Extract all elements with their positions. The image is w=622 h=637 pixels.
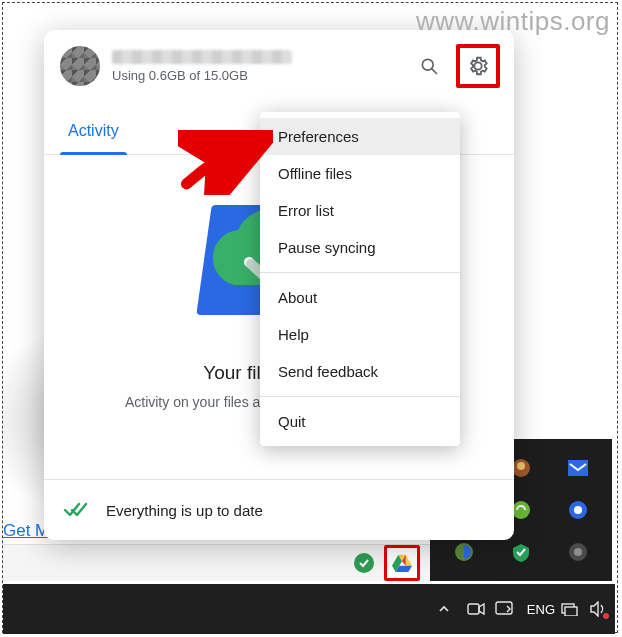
svg-point-9 [512, 501, 530, 519]
gear-icon [467, 55, 489, 77]
menu-item-error-list[interactable]: Error list [260, 192, 460, 229]
volume-icon[interactable] [589, 600, 607, 618]
svg-rect-8 [568, 460, 588, 476]
windows-taskbar: ENG [3, 584, 615, 634]
settings-button-highlight [456, 44, 500, 88]
svg-line-1 [432, 69, 437, 74]
status-text: Everything is up to date [106, 502, 263, 519]
synced-icon [64, 501, 88, 519]
svg-rect-22 [565, 607, 577, 616]
menu-item-preferences[interactable]: Preferences [260, 118, 460, 155]
menu-separator [260, 272, 460, 273]
tray-app-icon[interactable] [510, 541, 532, 563]
svg-rect-19 [468, 604, 479, 614]
storage-usage-text: Using 0.6GB of 15.0GB [112, 68, 400, 83]
volume-notification-dot [603, 613, 609, 619]
tray-app-icon[interactable] [453, 541, 475, 563]
tab-activity[interactable]: Activity [60, 112, 127, 154]
menu-item-help[interactable]: Help [260, 316, 460, 353]
search-button[interactable] [412, 49, 446, 83]
menu-item-offline-files[interactable]: Offline files [260, 155, 460, 192]
account-email-blurred [112, 50, 292, 64]
screenshot-stage: www.wintips.org Get More Storage. Using … [0, 0, 622, 637]
menu-item-send-feedback[interactable]: Send feedback [260, 353, 460, 390]
menu-item-quit[interactable]: Quit [260, 403, 460, 440]
settings-button[interactable] [463, 51, 493, 81]
svg-point-7 [517, 462, 525, 470]
meet-now-icon[interactable] [467, 600, 485, 618]
menu-item-about[interactable]: About [260, 279, 460, 316]
tray-app-icon[interactable] [567, 457, 589, 479]
watermark-text: www.wintips.org [416, 6, 610, 37]
google-drive-tray-icon[interactable] [391, 553, 413, 573]
svg-point-11 [574, 506, 582, 514]
network-icon[interactable] [561, 602, 579, 616]
search-icon [419, 56, 439, 76]
header-account-info: Using 0.6GB of 15.0GB [112, 50, 400, 83]
svg-point-14 [574, 548, 582, 556]
tray-app-icon[interactable] [567, 541, 589, 563]
menu-item-pause-syncing[interactable]: Pause syncing [260, 229, 460, 266]
avatar[interactable] [60, 46, 100, 86]
tray-app-icon[interactable] [567, 499, 589, 521]
language-indicator[interactable]: ENG [527, 602, 555, 617]
tray-bottom-row [3, 544, 430, 581]
status-bar: Everything is up to date [44, 479, 514, 540]
settings-menu: Preferences Offline files Error list Pau… [260, 112, 460, 446]
popup-header: Using 0.6GB of 15.0GB [44, 30, 514, 94]
drive-tray-icon-highlight [384, 545, 420, 581]
menu-separator [260, 396, 460, 397]
tray-status-icon[interactable] [354, 553, 374, 573]
tray-chevron-icon[interactable] [437, 602, 451, 616]
cast-icon[interactable] [495, 600, 513, 618]
